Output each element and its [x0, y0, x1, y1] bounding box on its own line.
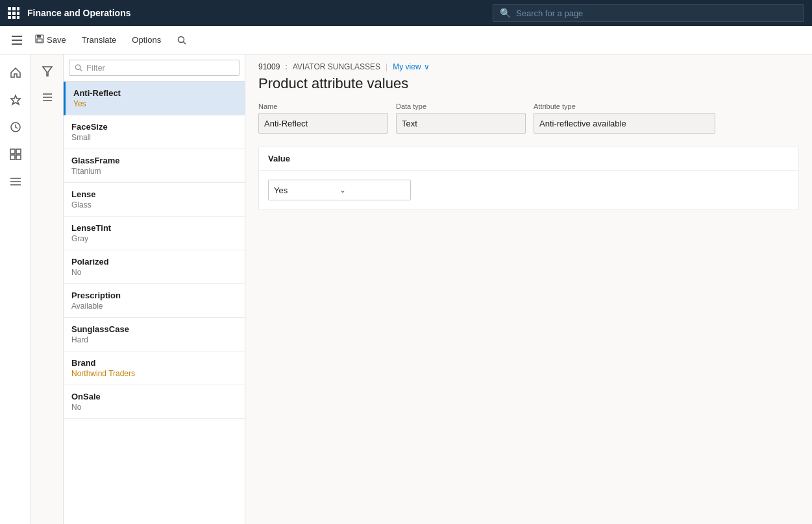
list-item[interactable]: PrescriptionAvailable [64, 284, 245, 318]
attribute-list-panel: Anti-ReflectYesFaceSizeSmallGlassFrameTi… [64, 54, 245, 524]
list-item-value: No [71, 268, 237, 277]
list-item[interactable]: BrandNorthwind Traders [64, 351, 245, 385]
svg-rect-7 [12, 16, 16, 19]
list-item[interactable]: OnSaleNo [64, 385, 245, 419]
list-item[interactable]: LenseTintGray [64, 217, 245, 250]
svg-rect-1 [12, 7, 16, 10]
global-search-input[interactable] [516, 8, 797, 18]
list-item-value: Northwind Traders [71, 369, 237, 378]
search-icon: 🔍 [500, 8, 511, 18]
filter-input-container[interactable] [69, 60, 240, 76]
save-icon [35, 34, 44, 45]
list-lines-icon[interactable] [36, 86, 59, 109]
options-button[interactable]: Options [125, 32, 167, 47]
attrtype-field-label: Attribute type [534, 102, 715, 110]
svg-line-30 [80, 69, 82, 71]
list-filter-bar [64, 54, 245, 82]
translate-button[interactable]: Translate [75, 32, 123, 47]
svg-point-15 [178, 36, 184, 42]
list-item[interactable]: LenseGlass [64, 183, 245, 217]
list-item-name: FaceSize [71, 122, 237, 132]
value-section: Value Yes ⌄ [258, 147, 799, 210]
svg-rect-19 [16, 149, 21, 154]
list-item[interactable]: PolarizedNo [64, 250, 245, 284]
list-item-name: LenseTint [71, 223, 237, 233]
svg-rect-6 [8, 16, 11, 19]
value-dropdown-text: Yes [274, 185, 339, 195]
breadcrumb-separator1: : [285, 62, 287, 71]
list-item-name: Lense [71, 189, 237, 199]
svg-rect-3 [8, 12, 11, 15]
list-item-value: Titanium [71, 167, 237, 176]
options-label: Options [132, 35, 161, 45]
list-item-value: Glass [71, 200, 237, 209]
svg-rect-20 [10, 155, 15, 160]
detail-panel: 91009 : AVIATOR SUNGLASSES | My view ∨ P… [245, 54, 812, 524]
app-grid-icon[interactable] [8, 7, 19, 19]
name-field-label: Name [258, 102, 388, 110]
filter-search-icon [75, 64, 82, 72]
hamburger-menu-icon[interactable] [8, 31, 26, 49]
list-item[interactable]: SunglassCaseHard [64, 318, 245, 351]
filter-input[interactable] [86, 63, 234, 73]
save-label: Save [47, 35, 66, 45]
app-title: Finance and Operations [27, 8, 485, 18]
left-icon-sidebar [0, 54, 31, 524]
name-field-group: Name [258, 102, 388, 134]
chevron-down-icon: ⌄ [339, 185, 405, 195]
svg-rect-4 [12, 12, 16, 15]
name-field-input[interactable] [258, 113, 388, 134]
svg-point-29 [75, 65, 80, 69]
action-toolbar: Save Translate Options [0, 26, 812, 54]
list-item-name: SunglassCase [71, 324, 237, 334]
value-section-header: Value [259, 147, 798, 171]
list-item-value: No [71, 403, 237, 412]
list-item-value: Yes [73, 99, 237, 108]
toolbar-search-icon[interactable] [173, 31, 191, 49]
svg-rect-10 [12, 40, 22, 41]
list-item[interactable]: GlassFrameTitanium [64, 149, 245, 183]
product-name: AVIATOR SUNGLASSES [293, 62, 380, 71]
save-button[interactable]: Save [29, 32, 73, 48]
list-item-name: OnSale [71, 392, 237, 401]
svg-rect-14 [37, 39, 42, 42]
svg-rect-5 [17, 12, 19, 15]
global-search-bar[interactable]: 🔍 [493, 4, 804, 22]
breadcrumb: 91009 : AVIATOR SUNGLASSES | My view ∨ [245, 54, 812, 75]
filter-icon[interactable] [36, 60, 59, 83]
list-item-value: Hard [71, 335, 237, 344]
attribute-list: Anti-ReflectYesFaceSizeSmallGlassFrameTi… [64, 82, 245, 524]
svg-rect-9 [12, 36, 22, 37]
list-item-name: Brand [71, 358, 237, 368]
chevron-down-icon: ∨ [424, 62, 430, 71]
favorites-nav-icon[interactable] [3, 87, 29, 113]
svg-rect-2 [17, 7, 19, 10]
home-nav-icon[interactable] [3, 60, 29, 86]
list-item[interactable]: Anti-ReflectYes [64, 82, 245, 115]
attrtype-field-input[interactable] [534, 113, 715, 134]
datatype-field-input[interactable] [396, 113, 526, 134]
list-item-value: Gray [71, 234, 237, 243]
svg-marker-25 [43, 67, 52, 76]
recent-nav-icon[interactable] [3, 114, 29, 140]
svg-rect-13 [37, 35, 41, 38]
list-item[interactable]: FaceSizeSmall [64, 115, 245, 149]
breadcrumb-pipe: | [386, 62, 388, 71]
my-view-label: My view [393, 62, 421, 71]
product-id: 91009 [258, 62, 280, 71]
svg-rect-8 [17, 16, 19, 19]
main-layout: Anti-ReflectYesFaceSizeSmallGlassFrameTi… [0, 54, 812, 524]
grid-nav-icon[interactable] [3, 141, 29, 167]
datatype-field-label: Data type [396, 102, 526, 110]
svg-rect-11 [12, 43, 22, 45]
value-dropdown[interactable]: Yes ⌄ [268, 180, 411, 200]
attrtype-field-group: Attribute type [534, 102, 715, 134]
detail-fields-row: Name Data type Attribute type [245, 102, 812, 134]
list-item-name: GlassFrame [71, 156, 237, 165]
list-nav-icon[interactable] [3, 169, 29, 195]
list-item-value: Available [71, 302, 237, 311]
svg-line-16 [184, 42, 186, 44]
filter-sidebar [31, 54, 64, 524]
top-navigation-bar: Finance and Operations 🔍 [0, 0, 812, 26]
my-view-button[interactable]: My view ∨ [393, 62, 429, 71]
